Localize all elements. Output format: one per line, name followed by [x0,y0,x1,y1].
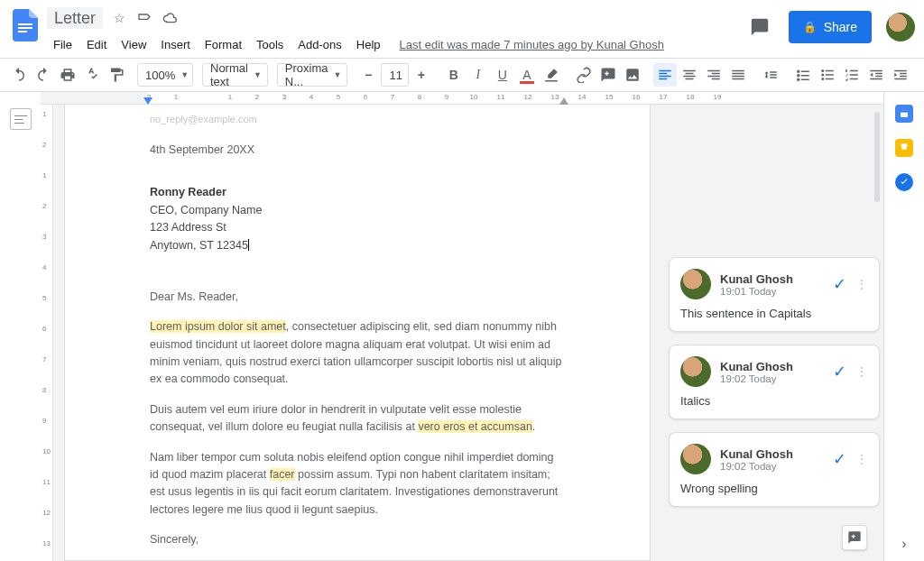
document-outline-button[interactable] [10,108,32,130]
text-color-button[interactable]: A [515,63,539,87]
tasks-addon-button[interactable] [895,173,913,191]
comment-card[interactable]: Kunal Ghosh 19:02 Today ✓ ⋮ Wrong spelli… [669,432,880,507]
ruler-tick: 4 [310,93,313,101]
ruler-tick: 19 [714,93,722,101]
ruler-tick: 1 [174,93,178,101]
page[interactable]: no_reply@example.com 4th September 20XX … [64,105,651,561]
ruler-tick: 16 [633,93,641,101]
line-spacing-button[interactable] [759,63,782,87]
menu-insert[interactable]: Insert [154,34,197,55]
add-comment-button[interactable] [596,63,620,87]
share-button[interactable]: 🔒 Share [789,11,872,43]
redo-button[interactable] [32,63,55,87]
scrollbar-thumb[interactable] [874,112,880,202]
docs-logo[interactable] [9,9,42,41]
bold-button[interactable]: B [442,63,466,87]
zoom-select[interactable]: 100%▼ [137,63,193,87]
comment-card[interactable]: Kunal Ghosh 19:01 Today ✓ ⋮ This sentenc… [669,257,880,332]
commenter-name: Kunal Ghosh [720,447,824,461]
checklist-button[interactable] [791,63,815,87]
ruler-tick: 7 [391,93,394,101]
insert-image-button[interactable] [621,63,644,87]
resolve-comment-button[interactable]: ✓ [833,274,846,294]
comment-timestamp: 19:02 Today [720,461,824,472]
align-justify-button[interactable] [726,63,750,87]
comment-options-button[interactable]: ⋮ [855,364,868,379]
ruler-tick: 12 [524,93,532,101]
ruler-tick: 9 [42,417,46,425]
menu-view[interactable]: View [115,34,152,55]
numbered-list-button[interactable] [840,63,864,87]
ruler-tick: 2 [255,93,259,101]
menu-edit[interactable]: Edit [80,34,113,55]
comment-card[interactable]: Kunal Ghosh 19:02 Today ✓ ⋮ Italics [669,345,880,419]
right-indent-marker[interactable] [559,97,568,105]
horizontal-ruler[interactable]: 2112345678910111213141516171819 [41,92,883,105]
font-size-decrease[interactable]: − [356,63,380,87]
salutation: Dear Ms. Reader, [150,289,565,306]
account-avatar[interactable] [886,13,915,41]
document-canvas[interactable]: 2112345678910111213141516171819 12123456… [41,92,883,561]
left-indent-marker[interactable] [143,97,152,105]
align-left-button[interactable] [653,63,677,87]
add-comment-floating-button[interactable] [842,525,867,550]
ruler-tick: 9 [445,93,448,101]
ruler-tick: 12 [42,509,51,517]
italic-button[interactable]: I [467,63,490,87]
star-icon[interactable]: ☆ [112,11,126,25]
font-size-input[interactable]: 11 [381,63,408,87]
vertical-scrollbar[interactable] [874,112,880,521]
comment-options-button[interactable]: ⋮ [855,452,868,466]
comment-timestamp: 19:02 Today [720,373,824,384]
increase-indent-button[interactable] [889,63,912,87]
decrease-indent-button[interactable] [864,63,888,87]
menu-tools[interactable]: Tools [250,34,290,55]
move-icon[interactable] [137,11,152,25]
recipient-city: Anytown, ST 12345 [150,239,248,252]
vertical-ruler[interactable]: 121234567891011121314 [41,105,53,561]
text-cursor [248,239,249,251]
svg-rect-1 [18,27,32,29]
ruler-tick: 1 [228,93,232,101]
highlight-color-button[interactable] [540,63,563,87]
collapse-sidepanel-button[interactable]: › [901,536,906,552]
resolve-comment-button[interactable]: ✓ [833,449,846,469]
open-comments-icon[interactable] [745,13,774,41]
font-select[interactable]: Proxima N...▼ [277,63,348,87]
paragraph-style-select[interactable]: Normal text▼ [202,63,268,87]
calendar-addon-button[interactable] [895,105,913,123]
recipient-title: CEO, Company Name [150,202,565,219]
underline-button[interactable]: U [491,63,514,87]
ruler-tick: 10 [42,447,51,455]
align-center-button[interactable] [678,63,701,87]
ruler-tick: 13 [551,93,559,101]
resolve-comment-button[interactable]: ✓ [833,362,846,382]
menu-file[interactable]: File [47,34,79,55]
chevron-down-icon: ▼ [334,70,342,79]
align-right-button[interactable] [702,63,725,87]
comment-timestamp: 19:01 Today [720,286,824,297]
cloud-status-icon[interactable] [162,11,177,25]
last-edit-link[interactable]: Last edit was made 7 minutes ago by Kuna… [400,38,664,51]
bulleted-list-button[interactable] [816,63,839,87]
insert-link-button[interactable] [572,63,596,87]
comment-options-button[interactable]: ⋮ [855,277,868,291]
font-size-increase[interactable]: + [410,63,433,87]
menu-format[interactable]: Format [199,34,248,55]
spellcheck-button[interactable] [80,63,104,87]
menu-help[interactable]: Help [350,34,387,55]
commenter-avatar [680,356,711,387]
document-title-input[interactable]: Letter [47,7,103,29]
highlight-span: vero eros et accumsan [418,420,531,433]
paint-format-button[interactable] [105,63,128,87]
print-button[interactable] [56,63,79,87]
menu-addons[interactable]: Add-ons [291,34,347,55]
keep-addon-button[interactable] [895,139,913,157]
highlight-span: Lorem ipsum dolor sit amet [150,320,286,333]
ruler-tick: 11 [42,478,51,486]
date-text: 4th September 20XX [150,142,565,159]
commenter-name: Kunal Ghosh [720,360,824,373]
commenter-name: Kunal Ghosh [720,272,824,286]
comment-text: Italics [680,394,868,408]
undo-button[interactable] [7,63,31,87]
